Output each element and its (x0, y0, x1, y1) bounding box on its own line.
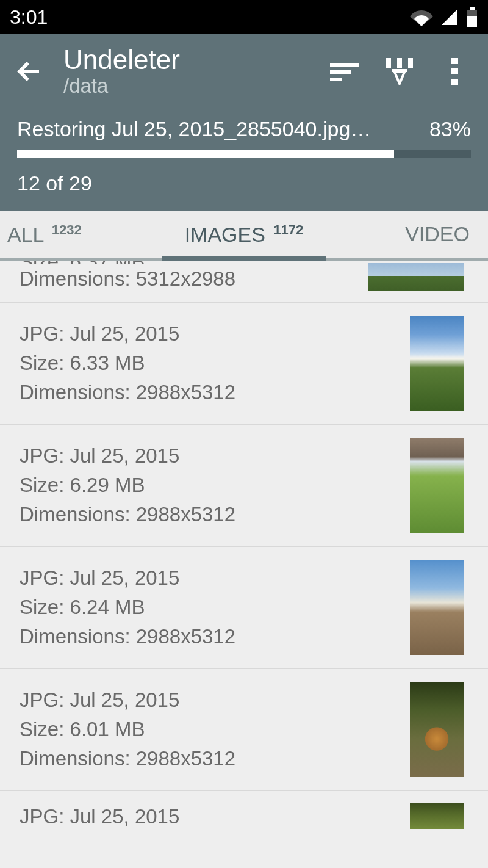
tab-images[interactable]: IMAGES 1172 (122, 211, 366, 258)
app-subtitle: /data (63, 74, 329, 98)
item-title: JPG: Jul 25, 2015 (20, 441, 398, 471)
progress-block: Restoring Jul 25, 2015_2855040.jpg… 83% … (0, 106, 488, 211)
item-size: Size: 6.33 MB (20, 349, 398, 378)
item-title: JPG: Jul 25, 2015 (20, 685, 398, 715)
svg-rect-8 (408, 58, 413, 68)
thumbnail-image (410, 560, 464, 655)
tab-label: VIDEO (405, 222, 470, 245)
progress-count: 12 of 29 (17, 172, 471, 195)
item-size: Size: 6.29 MB (20, 471, 398, 500)
item-text: JPG: Jul 25, 2015 (20, 802, 398, 831)
thumbnail-image (410, 316, 464, 411)
tab-count: 1232 (52, 222, 82, 237)
item-title: JPG: Jul 25, 2015 (20, 802, 398, 831)
battery-icon (466, 7, 478, 27)
thumbnail-image (410, 682, 464, 777)
svg-rect-10 (451, 58, 458, 64)
progress-percent: 83% (429, 117, 471, 141)
item-dimensions: Dimensions: 2988x5312 (20, 744, 398, 773)
title-block: Undeleter /data (51, 45, 329, 98)
svg-rect-3 (330, 63, 359, 67)
toolbar: Undeleter /data (0, 34, 488, 106)
svg-rect-12 (451, 79, 458, 85)
tab-all[interactable]: ALL 1232 (0, 211, 122, 258)
item-text: JPG: Jul 25, 2015 Size: 6.01 MB Dimensio… (20, 685, 398, 773)
filter-button[interactable] (384, 58, 415, 85)
item-dimensions: Dimensions: 2988x5312 (20, 500, 398, 529)
item-dimensions: Dimensions: 2988x5312 (20, 622, 398, 651)
svg-rect-4 (330, 70, 351, 74)
tab-label: ALL (7, 223, 43, 247)
svg-rect-2 (467, 16, 477, 27)
item-dimensions: Dimensions: 2988x5312 (20, 378, 398, 407)
svg-rect-6 (386, 58, 391, 68)
progress-bar (17, 150, 471, 158)
list-item[interactable]: JPG: Jul 25, 2015 Size: 6.01 MB Dimensio… (0, 669, 488, 791)
item-title: JPG: Jul 25, 2015 (20, 319, 398, 349)
status-time: 3:01 (10, 6, 48, 29)
toolbar-actions (329, 58, 476, 85)
item-text: JPG: Jul 25, 2015 Size: 6.29 MB Dimensio… (20, 441, 398, 529)
progress-bar-fill (17, 150, 394, 158)
item-size: Size: 6.01 MB (20, 715, 398, 744)
svg-rect-7 (397, 58, 402, 68)
file-list[interactable]: Size: 6.37 MB Dimensions: 5312x2988 JPG:… (0, 261, 488, 832)
list-item[interactable]: JPG: Jul 25, 2015 Size: 6.33 MB Dimensio… (0, 303, 488, 425)
overflow-menu-button[interactable] (439, 58, 470, 85)
item-text: JPG: Jul 25, 2015 Size: 6.33 MB Dimensio… (20, 319, 398, 407)
thumbnail-image (368, 263, 464, 291)
app-title: Undeleter (63, 45, 329, 74)
item-text: Size: 6.37 MB Dimensions: 5312x2988 (20, 261, 356, 294)
item-size: Size: 6.24 MB (20, 593, 398, 622)
tab-indicator (162, 256, 326, 261)
list-item[interactable]: JPG: Jul 25, 2015 Size: 6.29 MB Dimensio… (0, 425, 488, 547)
cellular-icon (440, 8, 459, 26)
list-item[interactable]: Size: 6.37 MB Dimensions: 5312x2988 (0, 261, 488, 303)
item-title: JPG: Jul 25, 2015 (20, 563, 398, 593)
thumbnail-image (410, 438, 464, 533)
svg-rect-5 (330, 78, 342, 81)
list-item[interactable]: JPG: Jul 25, 2015 (0, 791, 488, 832)
tab-video[interactable]: VIDEO (366, 211, 488, 258)
thumbnail-image (410, 803, 464, 829)
progress-text: Restoring Jul 25, 2015_2855040.jpg… (17, 117, 371, 141)
svg-rect-11 (451, 68, 458, 74)
status-bar: 3:01 (0, 0, 488, 34)
app-header: Undeleter /data Restoring Jul 25, 2015_2… (0, 34, 488, 211)
tab-count: 1172 (273, 222, 303, 237)
item-dimensions: Dimensions: 5312x2988 (20, 264, 356, 294)
wifi-icon (410, 8, 433, 26)
list-item[interactable]: JPG: Jul 25, 2015 Size: 6.24 MB Dimensio… (0, 547, 488, 669)
svg-rect-0 (470, 7, 475, 10)
tab-bar: ALL 1232 IMAGES 1172 VIDEO (0, 211, 488, 260)
tab-label: IMAGES (185, 223, 265, 247)
status-icons (410, 7, 478, 27)
back-button[interactable] (15, 57, 51, 85)
item-text: JPG: Jul 25, 2015 Size: 6.24 MB Dimensio… (20, 563, 398, 651)
sort-button[interactable] (329, 60, 360, 82)
